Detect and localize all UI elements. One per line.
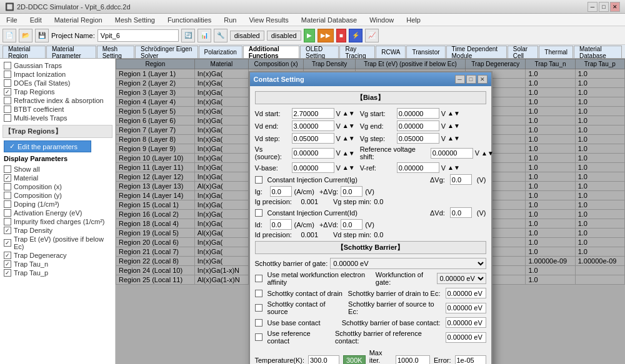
vd-spinner[interactable]: ▲▼ <box>342 110 355 117</box>
tab-material-database[interactable]: Material Database <box>574 46 622 58</box>
edit-params-button[interactable]: ✓ Edit the parameters <box>4 140 91 152</box>
vbase-input[interactable] <box>292 162 334 173</box>
open-button[interactable]: 📂 <box>19 29 32 42</box>
sidebar-item-refractive[interactable]: Refractive index & absorption <box>2 96 112 105</box>
checkbox-doping[interactable] <box>4 200 11 208</box>
checkbox-gaussian[interactable] <box>4 62 11 69</box>
sidebar-item-comp-x[interactable]: Composition (x) <box>2 182 112 191</box>
sidebar-item-activation[interactable]: Activation Energy (eV) <box>2 209 112 217</box>
sidebar-item-comp-y[interactable]: Composition (y) <box>2 191 112 200</box>
checkbox-base[interactable] <box>255 319 262 327</box>
tab-material-parameter[interactable]: Material Parameter <box>46 46 96 58</box>
checkbox-multilevels[interactable] <box>4 114 11 122</box>
tab-material-region[interactable]: Material Region <box>2 46 46 58</box>
schottky-source-ec-input[interactable] <box>446 303 486 313</box>
menu-file[interactable]: File <box>2 15 21 25</box>
vg-spinner[interactable]: ▲▼ <box>448 110 460 117</box>
checkbox-trap-degen[interactable] <box>4 252 11 259</box>
checkbox-activation[interactable] <box>4 209 11 217</box>
vs-input[interactable] <box>292 148 334 159</box>
checkbox-material[interactable] <box>4 174 11 182</box>
minimize-button[interactable]: ─ <box>588 2 598 12</box>
menu-material-database[interactable]: Material Database <box>298 15 361 25</box>
vd-end-input[interactable] <box>292 121 334 131</box>
vd-step-spinner[interactable]: ▲▼ <box>342 135 355 142</box>
checkbox-impurity[interactable] <box>4 218 11 225</box>
checkbox-comp-x[interactable] <box>4 183 11 190</box>
modal-close[interactable]: ✕ <box>478 75 488 84</box>
checkbox-ref-contact[interactable] <box>255 333 262 341</box>
vref-spinner[interactable]: ▲▼ <box>448 164 460 171</box>
maximize-button[interactable]: □ <box>599 2 609 12</box>
checkbox-trap-taun[interactable] <box>4 260 11 268</box>
checkbox-trap-et[interactable] <box>4 239 11 247</box>
toolbar-icon3[interactable]: 🔧 <box>214 29 228 42</box>
sidebar-item-trap-et[interactable]: Trap Et (eV) (positive if below Ec) <box>2 235 112 251</box>
tab-oled[interactable]: OLED Setting <box>300 46 339 58</box>
chart-button[interactable]: 📈 <box>365 29 379 42</box>
vs-spinner[interactable]: ▲▼ <box>342 150 355 157</box>
sidebar-item-trap-taun[interactable]: Trap Tau_n <box>2 260 112 268</box>
checkbox-btbt[interactable] <box>4 106 11 113</box>
tab-rcwa[interactable]: RCWA <box>376 46 406 58</box>
toolbar-icon1[interactable]: 🔄 <box>181 29 195 42</box>
sidebar-item-doping[interactable]: Doping (1/cm³) <box>2 200 112 209</box>
vref-input[interactable] <box>397 162 439 173</box>
checkbox-does[interactable] <box>4 79 11 87</box>
sidebar-item-btbt[interactable]: BTBT coefficient <box>2 105 112 114</box>
schottky-gate-select[interactable]: 0.00000 eV <box>330 258 486 269</box>
run-red[interactable]: ■ <box>336 29 346 42</box>
checkbox-const-ig[interactable] <box>255 176 262 184</box>
checkbox-const-id[interactable] <box>255 209 262 217</box>
sidebar-item-trap-density[interactable]: Trap Density <box>2 226 112 235</box>
sidebar-item-trap[interactable]: Trap Regions <box>2 87 112 96</box>
delta-vd-input[interactable] <box>450 207 472 218</box>
tab-mesh-setting[interactable]: Mesh Setting <box>97 46 134 58</box>
sidebar-item-trap-taup[interactable]: Trap Tau_p <box>2 268 112 277</box>
schottky-drain-ec-input[interactable] <box>446 288 486 298</box>
max-iter-input[interactable] <box>396 355 430 365</box>
tab-ray-tracing[interactable]: Ray Tracing <box>339 46 375 58</box>
vd-start-input[interactable] <box>292 108 334 119</box>
ref-input[interactable] <box>431 148 473 159</box>
modal-maximize[interactable]: □ <box>466 75 476 84</box>
checkbox-refractive[interactable] <box>4 97 11 104</box>
checkbox-comp-y[interactable] <box>4 192 11 199</box>
error-input[interactable] <box>455 355 486 365</box>
sidebar-item-impurity[interactable]: Impurity fixed charges (1/cm²) <box>2 217 112 226</box>
toolbar-icon2[interactable]: 📊 <box>198 29 211 42</box>
run-orange[interactable]: ▶▶ <box>318 29 334 42</box>
run-green[interactable]: ▶ <box>304 29 315 42</box>
sidebar-item-show-all[interactable]: Show all <box>2 165 112 174</box>
save-button[interactable]: 💾 <box>35 29 49 42</box>
workfunction-select[interactable]: 0.00000 eV <box>437 273 486 284</box>
project-name-input[interactable] <box>98 29 179 42</box>
schottky-ref-input[interactable] <box>446 332 486 343</box>
sidebar-item-impact[interactable]: Impact Ionization <box>2 70 112 79</box>
sidebar-item-material[interactable]: Material <box>2 174 112 182</box>
ig-input[interactable] <box>270 186 292 197</box>
sidebar-item-multilevels[interactable]: Multi-levels Traps <box>2 114 112 122</box>
menu-window[interactable]: Window <box>366 15 398 25</box>
vd-end-spinner[interactable]: ▲▼ <box>342 122 355 129</box>
run-blue[interactable]: ⚡ <box>349 29 362 42</box>
menu-mesh-setting[interactable]: Mesh Setting <box>111 15 159 25</box>
menu-edit[interactable]: Edit <box>26 15 46 25</box>
vg-step-input[interactable] <box>397 133 439 144</box>
vbase-spinner[interactable]: ▲▼ <box>342 164 355 171</box>
tab-transistor[interactable]: Transistor <box>406 46 445 58</box>
tab-solar-cell[interactable]: Solar Cell <box>508 46 539 58</box>
checkbox-trap[interactable] <box>4 88 11 96</box>
vg-end-spinner[interactable]: ▲▼ <box>448 122 460 129</box>
id-input[interactable] <box>270 219 292 230</box>
sidebar-item-gaussian[interactable]: Gaussian Traps <box>2 61 112 70</box>
new-button[interactable]: 📄 <box>2 29 16 42</box>
tab-additional-functions[interactable]: Additional Functions <box>243 46 299 58</box>
sidebar-item-trap-degen[interactable]: Trap Degeneracy <box>2 251 112 260</box>
menu-help[interactable]: Help <box>402 15 424 25</box>
tab-time-dependent[interactable]: Time Dependent Module <box>446 46 507 58</box>
vd-step-input[interactable] <box>292 133 334 144</box>
tab-polarization[interactable]: Polarization <box>199 46 242 58</box>
checkbox-metal-wf[interactable] <box>255 275 262 282</box>
vg-end-input[interactable] <box>397 121 439 131</box>
